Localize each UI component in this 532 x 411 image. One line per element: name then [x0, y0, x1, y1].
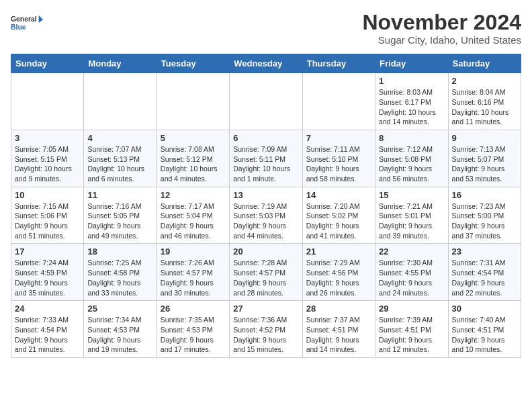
day-number: 1 — [379, 76, 444, 86]
day-number: 26 — [161, 304, 226, 314]
day-number: 21 — [306, 246, 371, 257]
calendar-cell: 1Sunrise: 8:03 AM Sunset: 6:17 PM Daylig… — [375, 73, 448, 130]
day-number: 16 — [452, 190, 517, 200]
day-number: 5 — [161, 133, 226, 143]
page-subtitle: Sugar City, Idaho, United States — [362, 34, 521, 46]
calendar-cell — [84, 73, 157, 130]
day-number: 13 — [233, 190, 298, 200]
day-info: Sunrise: 7:05 AM Sunset: 5:15 PM Dayligh… — [15, 144, 80, 184]
day-info: Sunrise: 7:19 AM Sunset: 5:03 PM Dayligh… — [233, 201, 298, 241]
weekday-header-thursday: Thursday — [302, 54, 375, 73]
day-number: 17 — [15, 246, 80, 257]
calendar-cell — [302, 73, 375, 130]
day-info: Sunrise: 7:12 AM Sunset: 5:08 PM Dayligh… — [379, 144, 444, 184]
calendar-cell: 25Sunrise: 7:34 AM Sunset: 4:53 PM Dayli… — [84, 301, 157, 358]
calendar-cell: 12Sunrise: 7:17 AM Sunset: 5:04 PM Dayli… — [157, 187, 229, 244]
day-number: 4 — [87, 133, 152, 143]
calendar-week-2: 3Sunrise: 7:05 AM Sunset: 5:15 PM Daylig… — [11, 130, 521, 187]
day-number: 28 — [306, 304, 371, 314]
day-number: 22 — [379, 246, 444, 257]
weekday-header-wednesday: Wednesday — [230, 54, 302, 73]
day-info: Sunrise: 7:31 AM Sunset: 4:54 PM Dayligh… — [452, 258, 517, 298]
calendar-cell: 27Sunrise: 7:36 AM Sunset: 4:52 PM Dayli… — [230, 301, 302, 358]
day-info: Sunrise: 7:07 AM Sunset: 5:13 PM Dayligh… — [87, 144, 152, 184]
logo: General Blue — [11, 11, 43, 35]
page-header: General Blue November 2024 Sugar City, I… — [11, 11, 521, 46]
day-info: Sunrise: 7:39 AM Sunset: 4:51 PM Dayligh… — [379, 315, 444, 355]
day-info: Sunrise: 7:34 AM Sunset: 4:53 PM Dayligh… — [87, 315, 152, 355]
day-number: 14 — [306, 190, 371, 200]
calendar-cell: 8Sunrise: 7:12 AM Sunset: 5:08 PM Daylig… — [375, 130, 448, 187]
calendar-cell: 13Sunrise: 7:19 AM Sunset: 5:03 PM Dayli… — [230, 187, 302, 244]
weekday-header-saturday: Saturday — [448, 54, 521, 73]
day-number: 27 — [233, 304, 298, 314]
svg-text:Blue: Blue — [11, 24, 26, 31]
calendar-cell: 2Sunrise: 8:04 AM Sunset: 6:16 PM Daylig… — [448, 73, 521, 130]
day-number: 10 — [15, 190, 80, 200]
calendar-cell — [157, 73, 229, 130]
calendar-cell: 9Sunrise: 7:13 AM Sunset: 5:07 PM Daylig… — [448, 130, 521, 187]
day-number: 19 — [161, 246, 226, 257]
calendar-cell: 17Sunrise: 7:24 AM Sunset: 4:59 PM Dayli… — [11, 244, 84, 301]
day-info: Sunrise: 7:37 AM Sunset: 4:51 PM Dayligh… — [306, 315, 371, 355]
calendar-cell — [230, 73, 302, 130]
calendar-cell: 21Sunrise: 7:29 AM Sunset: 4:56 PM Dayli… — [302, 244, 375, 301]
day-number: 24 — [15, 304, 80, 314]
calendar-cell: 15Sunrise: 7:21 AM Sunset: 5:01 PM Dayli… — [375, 187, 448, 244]
weekday-header-sunday: Sunday — [11, 54, 84, 73]
calendar-cell: 4Sunrise: 7:07 AM Sunset: 5:13 PM Daylig… — [84, 130, 157, 187]
day-number: 20 — [233, 246, 298, 257]
day-number: 15 — [379, 190, 444, 200]
day-info: Sunrise: 7:20 AM Sunset: 5:02 PM Dayligh… — [306, 201, 371, 241]
day-info: Sunrise: 7:08 AM Sunset: 5:12 PM Dayligh… — [161, 144, 226, 184]
day-number: 9 — [452, 133, 517, 143]
calendar-cell: 24Sunrise: 7:33 AM Sunset: 4:54 PM Dayli… — [11, 301, 84, 358]
calendar-cell: 14Sunrise: 7:20 AM Sunset: 5:02 PM Dayli… — [302, 187, 375, 244]
calendar-cell: 16Sunrise: 7:23 AM Sunset: 5:00 PM Dayli… — [448, 187, 521, 244]
calendar-cell: 10Sunrise: 7:15 AM Sunset: 5:06 PM Dayli… — [11, 187, 84, 244]
day-number: 12 — [161, 190, 226, 200]
day-info: Sunrise: 7:35 AM Sunset: 4:53 PM Dayligh… — [161, 315, 226, 355]
day-number: 7 — [306, 133, 371, 143]
day-number: 18 — [87, 246, 152, 257]
calendar-cell: 11Sunrise: 7:16 AM Sunset: 5:05 PM Dayli… — [84, 187, 157, 244]
day-info: Sunrise: 7:24 AM Sunset: 4:59 PM Dayligh… — [15, 258, 80, 298]
day-info: Sunrise: 7:23 AM Sunset: 5:00 PM Dayligh… — [452, 201, 517, 241]
calendar-week-4: 17Sunrise: 7:24 AM Sunset: 4:59 PM Dayli… — [11, 244, 521, 301]
calendar-cell: 19Sunrise: 7:26 AM Sunset: 4:57 PM Dayli… — [157, 244, 229, 301]
day-info: Sunrise: 8:04 AM Sunset: 6:16 PM Dayligh… — [452, 87, 517, 127]
day-info: Sunrise: 7:17 AM Sunset: 5:04 PM Dayligh… — [161, 201, 226, 241]
day-info: Sunrise: 7:15 AM Sunset: 5:06 PM Dayligh… — [15, 201, 80, 241]
calendar-cell: 3Sunrise: 7:05 AM Sunset: 5:15 PM Daylig… — [11, 130, 84, 187]
day-info: Sunrise: 7:16 AM Sunset: 5:05 PM Dayligh… — [87, 201, 152, 241]
calendar-cell: 29Sunrise: 7:39 AM Sunset: 4:51 PM Dayli… — [375, 301, 448, 358]
day-info: Sunrise: 8:03 AM Sunset: 6:17 PM Dayligh… — [379, 87, 444, 127]
day-info: Sunrise: 7:26 AM Sunset: 4:57 PM Dayligh… — [161, 258, 226, 298]
calendar-cell: 30Sunrise: 7:40 AM Sunset: 4:51 PM Dayli… — [448, 301, 521, 358]
page-title: November 2024 — [362, 11, 521, 34]
day-info: Sunrise: 7:25 AM Sunset: 4:58 PM Dayligh… — [87, 258, 152, 298]
day-info: Sunrise: 7:13 AM Sunset: 5:07 PM Dayligh… — [452, 144, 517, 184]
calendar-cell: 7Sunrise: 7:11 AM Sunset: 5:10 PM Daylig… — [302, 130, 375, 187]
calendar-table: SundayMondayTuesdayWednesdayThursdayFrid… — [11, 54, 521, 358]
title-block: November 2024 Sugar City, Idaho, United … — [362, 11, 521, 46]
calendar-cell: 20Sunrise: 7:28 AM Sunset: 4:57 PM Dayli… — [230, 244, 302, 301]
svg-marker-2 — [39, 15, 43, 23]
calendar-cell: 18Sunrise: 7:25 AM Sunset: 4:58 PM Dayli… — [84, 244, 157, 301]
calendar-cell: 6Sunrise: 7:09 AM Sunset: 5:11 PM Daylig… — [230, 130, 302, 187]
day-number: 30 — [452, 304, 517, 314]
day-info: Sunrise: 7:28 AM Sunset: 4:57 PM Dayligh… — [233, 258, 298, 298]
svg-text:General: General — [11, 15, 37, 23]
day-number: 3 — [15, 133, 80, 143]
weekday-header-tuesday: Tuesday — [157, 54, 229, 73]
day-info: Sunrise: 7:33 AM Sunset: 4:54 PM Dayligh… — [15, 315, 80, 355]
calendar-cell — [11, 73, 84, 130]
weekday-header-friday: Friday — [375, 54, 448, 73]
day-info: Sunrise: 7:29 AM Sunset: 4:56 PM Dayligh… — [306, 258, 371, 298]
calendar-week-1: 1Sunrise: 8:03 AM Sunset: 6:17 PM Daylig… — [11, 73, 521, 130]
day-info: Sunrise: 7:09 AM Sunset: 5:11 PM Dayligh… — [233, 144, 298, 184]
day-number: 23 — [452, 246, 517, 257]
weekday-header-monday: Monday — [84, 54, 157, 73]
day-info: Sunrise: 7:11 AM Sunset: 5:10 PM Dayligh… — [306, 144, 371, 184]
calendar-cell: 22Sunrise: 7:30 AM Sunset: 4:55 PM Dayli… — [375, 244, 448, 301]
